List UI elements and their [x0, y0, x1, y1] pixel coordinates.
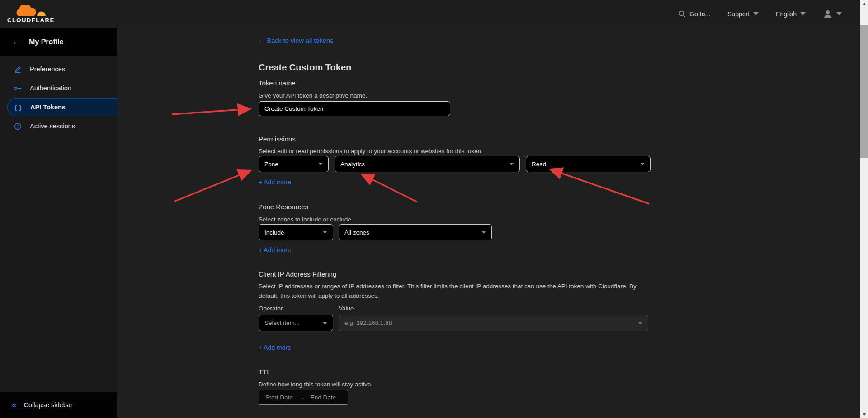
sidebar-item-api-tokens[interactable]: { } API Tokens: [7, 98, 117, 116]
sidebar-header: ← My Profile: [0, 28, 117, 56]
ip-filtering-label: Client IP Address Filtering: [259, 270, 336, 278]
permission-group-value: Analytics: [340, 161, 365, 168]
ip-filtering-add-more-link[interactable]: + Add more: [259, 344, 291, 351]
chevron-down-icon: [836, 12, 842, 15]
ttl-date-range-picker[interactable]: Start Date → End Date: [259, 390, 348, 405]
pencil-icon: [14, 65, 22, 74]
permissions-add-more-link[interactable]: + Add more: [259, 178, 291, 186]
operator-label: Operator: [259, 305, 283, 312]
value-label: Value: [339, 305, 354, 312]
double-chevron-left-icon: «: [12, 400, 17, 410]
permission-level-value: Read: [532, 161, 546, 168]
cloudflare-cloud-icon: [14, 5, 47, 16]
language-menu[interactable]: English: [776, 10, 806, 18]
zone-resources-description: Select zones to include or exclude.: [259, 215, 353, 224]
sidebar-item-authentication[interactable]: Authentication: [7, 79, 117, 97]
scrollbar-up-button[interactable]: [860, 0, 868, 8]
support-menu[interactable]: Support: [727, 10, 759, 18]
back-arrow-icon[interactable]: ←: [12, 37, 21, 47]
goto-search[interactable]: Go to...: [679, 10, 710, 18]
scrollbar-down-button[interactable]: [860, 410, 868, 418]
scrollbar-thumb[interactable]: [860, 25, 868, 158]
back-to-tokens-link[interactable]: ← Back to view all tokens: [259, 37, 333, 44]
operator-select[interactable]: Select item...: [259, 315, 333, 331]
chevron-down-icon: [481, 231, 486, 234]
end-date-label: End Date: [311, 394, 336, 401]
chevron-down-icon: [323, 322, 327, 324]
goto-label: Go to...: [689, 10, 710, 18]
arrow-right-icon: →: [298, 394, 305, 401]
page-title: Create Custom Token: [259, 62, 351, 73]
chevron-down-icon: [509, 163, 514, 165]
ip-filtering-description: Select IP addresses or ranges of IP addr…: [259, 282, 653, 301]
permission-scope-select[interactable]: Zone: [259, 156, 329, 172]
collapse-sidebar-label: Collapse sidebar: [24, 401, 73, 409]
zone-resources-add-more-link[interactable]: + Add more: [259, 246, 291, 254]
zone-include-value: Include: [264, 229, 284, 236]
braces-icon: { }: [14, 103, 23, 112]
token-name-input[interactable]: [259, 101, 450, 116]
logo-wordmark: CLOUDFLARE: [7, 17, 55, 23]
permission-group-select[interactable]: Analytics: [335, 156, 520, 172]
scrollbar: [860, 0, 868, 418]
topbar-menu: Go to... Support English: [679, 9, 842, 19]
operator-placeholder: Select item...: [264, 319, 300, 326]
permissions-label: Permissions: [259, 135, 296, 143]
language-label: English: [776, 10, 797, 18]
zone-resources-label: Zone Resources: [259, 203, 308, 211]
zone-scope-value: All zones: [344, 229, 369, 236]
collapse-sidebar-button[interactable]: « Collapse sidebar: [0, 392, 117, 418]
chevron-down-icon: [800, 12, 806, 15]
sidebar-item-label: Preferences: [30, 66, 65, 73]
permission-level-select[interactable]: Read: [526, 156, 651, 172]
ttl-description: Define how long this token will stay act…: [259, 380, 373, 389]
token-name-label: Token name: [259, 79, 296, 87]
sidebar: ← My Profile Preferences Authentication: [0, 28, 117, 418]
sidebar-item-label: Authentication: [30, 85, 71, 92]
key-icon: [14, 84, 22, 93]
account-menu[interactable]: [823, 9, 842, 19]
chevron-down-icon: [753, 12, 759, 15]
search-icon: [679, 10, 686, 18]
permissions-description: Select edit or read permissions to apply…: [259, 146, 483, 156]
user-icon: [823, 9, 833, 19]
topbar: CLOUDFLARE Go to... Support English: [0, 0, 868, 28]
support-label: Support: [727, 10, 750, 18]
chevron-down-icon: [638, 322, 642, 324]
zone-include-select[interactable]: Include: [259, 224, 333, 240]
start-date-label: Start Date: [265, 394, 293, 401]
chevron-down-icon: [640, 163, 645, 165]
sidebar-item-preferences[interactable]: Preferences: [7, 60, 117, 78]
chevron-down-icon: [318, 163, 323, 165]
sidebar-item-label: API Tokens: [30, 103, 66, 111]
permission-scope-value: Zone: [264, 161, 278, 168]
token-name-description: Give your API token a descriptive name.: [259, 91, 367, 100]
clock-icon: [14, 122, 22, 131]
triangle-up-icon: [863, 3, 866, 5]
ip-value-field[interactable]: e.g. 192.168.1.88: [339, 315, 648, 331]
sidebar-title: My Profile: [29, 38, 63, 46]
sidebar-item-label: Active sessions: [30, 122, 75, 130]
ip-value-placeholder: e.g. 192.168.1.88: [344, 319, 392, 326]
cloudflare-logo[interactable]: CLOUDFLARE: [7, 5, 55, 23]
triangle-down-icon: [863, 413, 866, 416]
sidebar-nav: Preferences Authentication { } API Token…: [0, 56, 117, 135]
chevron-down-icon: [323, 231, 327, 234]
sidebar-item-active-sessions[interactable]: Active sessions: [7, 117, 117, 135]
main-content: ← Back to view all tokens Create Custom …: [117, 28, 860, 418]
ttl-label: TTL: [259, 368, 271, 376]
zone-scope-select[interactable]: All zones: [339, 224, 492, 240]
